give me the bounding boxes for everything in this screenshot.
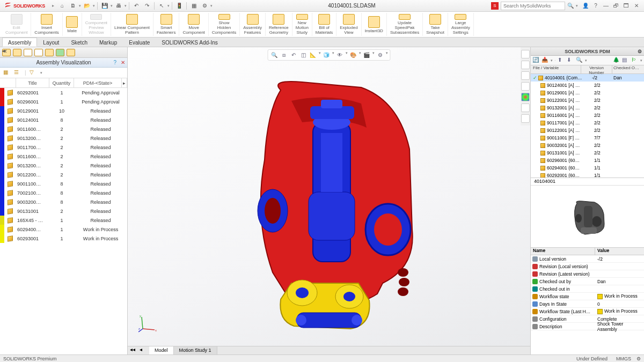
pdm-tree-row[interactable]: 60294001 (60…1/1 xyxy=(531,164,644,172)
pdm-tree-row[interactable]: 60296001 (60…1/1 xyxy=(531,157,644,164)
tab-layout[interactable]: Layout xyxy=(37,38,65,47)
user-icon[interactable]: 👤 xyxy=(581,2,590,10)
props-col-name[interactable]: Name xyxy=(531,248,595,255)
file-explorer-icon[interactable] xyxy=(521,71,530,80)
pdm-tree-row[interactable]: ✓40104001 (Com…-/2Dan xyxy=(531,74,644,82)
nav-prev-icon[interactable]: ◂ xyxy=(140,346,142,352)
av-row[interactable]: 165X45 - …1Released xyxy=(0,216,127,225)
tab-assembly[interactable]: Assembly xyxy=(2,38,37,47)
ribbon-button[interactable]: Exploded View xyxy=(336,13,361,36)
av-row[interactable]: 9003200…8Released xyxy=(0,197,127,206)
tab-motion-study[interactable]: Motion Study 1 xyxy=(174,346,217,354)
resources-icon[interactable] xyxy=(521,50,530,58)
pdm-col-ver[interactable]: Version Number xyxy=(581,65,612,73)
av-row[interactable]: 9012200…2Released xyxy=(0,170,127,179)
forum-icon[interactable] xyxy=(521,114,530,123)
rebuild-icon[interactable]: 🚦 xyxy=(174,2,184,10)
home-icon[interactable]: ⌂ xyxy=(57,2,67,10)
help-icon[interactable]: ? xyxy=(591,2,600,10)
graphics-viewport[interactable]: 🔍 ⧈ ↶ ◫ 📐▾ 🧊▾ 👁▾ 🎨▾ 🎬▾ ⚙▾ xyxy=(128,47,530,354)
view-orient-icon[interactable]: 📐 xyxy=(309,51,317,59)
refresh-icon[interactable]: 🔄 xyxy=(532,57,540,64)
section-icon[interactable]: ◫ xyxy=(299,51,308,59)
pdm-tree-row[interactable]: 90124001 [A] …2/2 xyxy=(531,82,644,89)
collapse-icon[interactable]: ≪ xyxy=(2,49,6,54)
av-row[interactable]: 9001100…8Released xyxy=(0,179,127,188)
av-row[interactable]: 602920011Pending Approval xyxy=(0,88,127,97)
pdm-tree-row[interactable]: 90117001 [A] …2/2 xyxy=(531,119,644,127)
av-row[interactable]: 7002100…8Released xyxy=(0,188,127,197)
pdm-col-chk[interactable]: Checked O… xyxy=(612,65,644,73)
pdm-tree-row[interactable]: 90116001 [A] …2/2 xyxy=(531,112,644,119)
help-icon[interactable]: ? xyxy=(113,60,116,65)
pdm-tree-row[interactable]: 90122001 [A] …2/2 xyxy=(531,97,644,104)
save-icon[interactable]: 💾 xyxy=(100,2,109,10)
av-row[interactable]: 602960011Pending Approval xyxy=(0,97,127,106)
tree-icon[interactable]: 🌲 xyxy=(613,57,620,64)
tab-solidworks-add-ins[interactable]: SOLIDWORKS Add-Ins xyxy=(156,38,223,47)
pdm-tree-row[interactable]: 90011001 [F] …7/7 xyxy=(531,134,644,142)
edit-appearance-icon[interactable]: 🎨 xyxy=(349,51,357,59)
pdm-tree-row[interactable]: 90032001 [A] …2/2 xyxy=(531,142,644,149)
hide-show-icon[interactable]: 👁 xyxy=(336,51,344,59)
extra-tab-icon[interactable] xyxy=(67,49,75,56)
options-icon[interactable]: ▦ xyxy=(189,2,199,10)
ribbon-button[interactable]: Move Component xyxy=(179,13,208,36)
config-tab-icon[interactable] xyxy=(13,49,21,56)
search-icon[interactable]: 🔍 xyxy=(567,3,574,9)
pdm-tree-row[interactable]: 60292001 (60…1/1 xyxy=(531,172,644,178)
display-style-icon[interactable]: 🧊 xyxy=(323,51,331,59)
ribbon-button[interactable]: Instant3D xyxy=(362,13,387,36)
av-row[interactable]: 9013200…2Released xyxy=(0,134,127,143)
ribbon-button[interactable]: Large Assembly Settings xyxy=(448,13,474,36)
select-icon[interactable]: ↖ xyxy=(157,2,166,10)
tab-sketch[interactable]: Sketch xyxy=(65,38,93,47)
av-row[interactable]: 901310012Released xyxy=(0,206,127,216)
minimize-icon[interactable]: — xyxy=(602,2,610,10)
av-row[interactable]: 9011600…2Released xyxy=(0,124,127,134)
pdm-tree-row[interactable]: 90131001 [A] …2/2 xyxy=(531,149,644,157)
ribbon-button[interactable]: Reference Geometry xyxy=(266,13,292,36)
col-state[interactable]: PDM-<State> xyxy=(74,78,122,87)
av-row[interactable]: 602930011Work in Process xyxy=(0,234,127,243)
ribbon-button[interactable]: Update SpeedPak Subassemblies xyxy=(387,13,423,36)
open-icon[interactable]: 📂 xyxy=(82,2,92,10)
undo-icon[interactable]: ↶ xyxy=(131,2,141,10)
av-row[interactable]: 6029400…1Work in Process xyxy=(0,225,127,234)
pdm-tree-row[interactable]: 90132001 [A] …2/2 xyxy=(531,104,644,112)
checkin-icon[interactable]: ⬆ xyxy=(558,57,565,64)
card-icon[interactable]: ▤ xyxy=(622,57,630,64)
view-settings-icon[interactable]: ⚙ xyxy=(376,51,384,59)
tab-model[interactable]: Model xyxy=(149,346,174,354)
col-qty[interactable]: Quantity xyxy=(49,78,74,87)
prev-view-icon[interactable]: ↶ xyxy=(290,51,298,59)
display-tab-icon[interactable] xyxy=(24,49,32,56)
flag-icon[interactable]: 🏳 xyxy=(631,57,639,64)
av-row[interactable]: 9013200…2Released xyxy=(0,161,127,170)
av-tab-icon[interactable] xyxy=(56,49,64,56)
appearances-icon[interactable] xyxy=(521,93,530,101)
av-row[interactable]: 9011600…2Released xyxy=(0,152,127,161)
pdm-settings-icon[interactable]: ⚙ xyxy=(638,49,642,54)
view-palette-icon[interactable] xyxy=(521,82,530,91)
apply-scene-icon[interactable]: 🎬 xyxy=(363,51,371,59)
tab-markup[interactable]: Markup xyxy=(93,38,123,47)
redo-icon[interactable]: ↷ xyxy=(142,2,152,10)
restore-icon[interactable]: 🗗 xyxy=(612,2,620,10)
status-gear-icon[interactable]: ⚙ xyxy=(636,356,641,361)
custom-props-icon[interactable] xyxy=(521,104,530,112)
search-pdm-icon[interactable]: 🔍 xyxy=(576,57,583,64)
ribbon-button[interactable]: Take Snapshot xyxy=(423,13,448,36)
pdm-tree-row[interactable]: 90122001 [A] …2/2 xyxy=(531,127,644,134)
ribbon-button[interactable]: Smart Fasteners xyxy=(153,13,180,36)
col-menu-icon[interactable]: ▸ xyxy=(122,78,127,87)
ribbon-button[interactable]: Linear Component Pattern xyxy=(111,13,153,36)
nav-first-icon[interactable]: ◂◂ xyxy=(130,346,135,352)
grouped-icon[interactable]: ☰ xyxy=(14,69,21,77)
av-row[interactable]: 9011700…2Released xyxy=(0,143,127,152)
pdm-col-file[interactable]: File / Variable xyxy=(531,65,581,73)
gear-icon[interactable]: ⚙ xyxy=(200,2,209,10)
av-row[interactable]: 901240018Released xyxy=(0,115,127,124)
tab-evaluate[interactable]: Evaluate xyxy=(123,38,156,47)
appearance-tab-icon[interactable] xyxy=(45,49,54,56)
